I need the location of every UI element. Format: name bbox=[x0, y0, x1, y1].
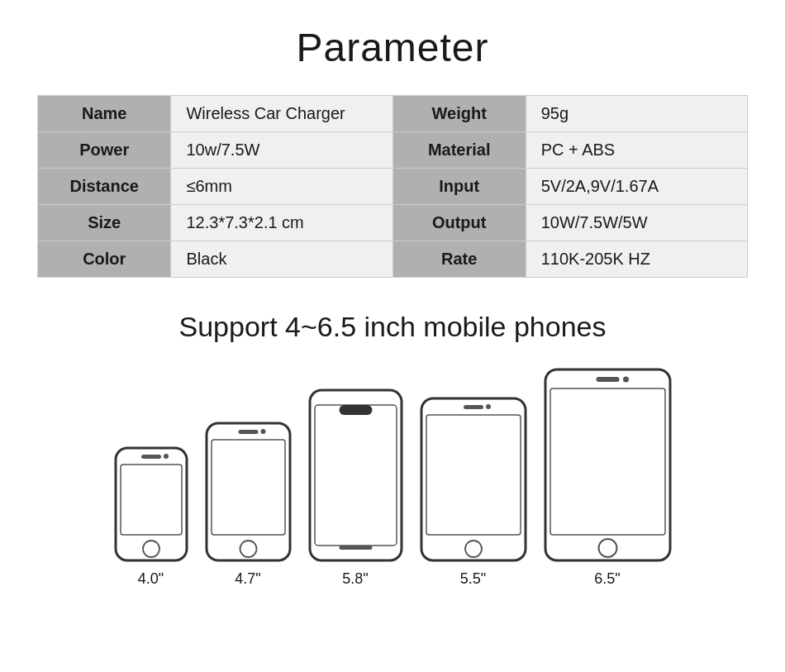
svg-rect-6 bbox=[212, 440, 285, 535]
phone-size-label: 5.5" bbox=[460, 570, 486, 588]
svg-point-17 bbox=[486, 404, 491, 409]
row-right-label: Material bbox=[392, 132, 526, 169]
support-title: Support 4~6.5 inch mobile phones bbox=[179, 311, 607, 343]
row-left-label: Power bbox=[38, 132, 171, 169]
phone-size-label: 4.0" bbox=[138, 570, 164, 588]
row-right-label: Weight bbox=[392, 96, 526, 132]
row-right-label: Output bbox=[392, 205, 526, 241]
row-right-value: PC + ABS bbox=[526, 132, 747, 169]
row-left-value: 10w/7.5W bbox=[171, 132, 392, 169]
row-right-value: 110K-205K HZ bbox=[526, 241, 747, 278]
row-left-label: Name bbox=[38, 96, 171, 132]
svg-rect-16 bbox=[464, 405, 483, 409]
svg-rect-21 bbox=[596, 377, 619, 382]
phone-illustration bbox=[420, 397, 527, 562]
phone-illustration bbox=[544, 368, 672, 562]
row-left-value: Black bbox=[171, 241, 392, 278]
phone-size-label: 6.5" bbox=[594, 570, 620, 588]
table-row: Power 10w/7.5W Material PC + ABS bbox=[38, 132, 748, 169]
row-right-value: 5V/2A,9V/1.67A bbox=[526, 169, 747, 205]
parameter-table: Name Wireless Car Charger Weight 95g Pow… bbox=[37, 95, 748, 278]
row-right-value: 10W/7.5W/5W bbox=[526, 205, 747, 241]
phone-item: 6.5" bbox=[544, 368, 672, 588]
phone-item: 4.7" bbox=[205, 422, 292, 588]
svg-rect-1 bbox=[121, 465, 182, 535]
row-right-value: 95g bbox=[526, 96, 747, 132]
svg-rect-2 bbox=[141, 455, 161, 459]
svg-point-22 bbox=[623, 377, 629, 383]
page-title: Parameter bbox=[296, 25, 488, 70]
phone-illustration bbox=[114, 446, 188, 562]
table-row: Name Wireless Car Charger Weight 95g bbox=[38, 96, 748, 132]
table-row: Distance ≤6mm Input 5V/2A,9V/1.67A bbox=[38, 169, 748, 205]
svg-point-3 bbox=[164, 454, 169, 459]
svg-point-8 bbox=[260, 429, 265, 434]
row-left-label: Distance bbox=[38, 169, 171, 205]
svg-rect-12 bbox=[339, 405, 372, 415]
table-row: Size 12.3*7.3*2.1 cm Output 10W/7.5W/5W bbox=[38, 205, 748, 241]
row-left-label: Size bbox=[38, 205, 171, 241]
phone-illustration bbox=[205, 422, 292, 562]
svg-rect-15 bbox=[426, 415, 521, 535]
row-right-label: Input bbox=[392, 169, 526, 205]
table-row: Color Black Rate 110K-205K HZ bbox=[38, 241, 748, 278]
phone-item: 4.0" bbox=[114, 446, 188, 588]
svg-rect-11 bbox=[315, 405, 397, 546]
row-left-value: Wireless Car Charger bbox=[171, 96, 392, 132]
row-left-label: Color bbox=[38, 241, 171, 278]
phone-item: 5.5" bbox=[420, 397, 527, 588]
svg-rect-13 bbox=[339, 546, 372, 550]
phones-container: 4.0" 4.7" bbox=[114, 368, 672, 588]
row-left-value: ≤6mm bbox=[171, 169, 392, 205]
phone-size-label: 5.8" bbox=[342, 570, 368, 588]
svg-rect-7 bbox=[238, 430, 258, 434]
phone-size-label: 4.7" bbox=[235, 570, 260, 588]
phone-item: 5.8" bbox=[308, 388, 403, 588]
row-left-value: 12.3*7.3*2.1 cm bbox=[171, 205, 392, 241]
phone-illustration bbox=[308, 388, 403, 562]
row-right-label: Rate bbox=[392, 241, 526, 278]
svg-rect-20 bbox=[550, 388, 665, 535]
